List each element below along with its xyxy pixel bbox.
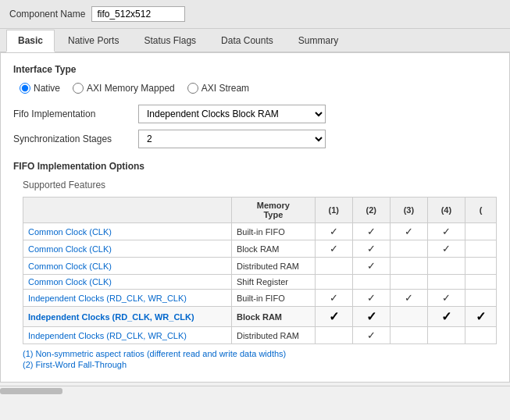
tab-status-flags[interactable]: Status Flags [132,30,208,52]
row2-c5 [390,240,427,258]
row2-c6: ✓ [427,240,465,258]
row7-c3 [315,327,352,344]
sync-stages-select[interactable]: 2 3 4 [138,130,326,148]
table-row: Common Clock (CLK) Shift Register [23,275,497,290]
tabs-bar: BasicNative PortsStatus FlagsData Counts… [0,29,510,53]
radio-stream[interactable]: AXI Stream [187,83,249,94]
radio-memory-mapped-label: AXI Memory Mapped [87,83,175,94]
row7-c7 [465,327,496,344]
row6-c5 [390,307,427,327]
scrollbar-thumb[interactable] [0,388,62,394]
sync-stages-row: Synchronization Stages 2 3 4 [13,130,497,148]
row7-col1: Independent Clocks (RD_CLK, WR_CLK) [23,327,232,344]
th-col6: (4) [427,198,465,223]
row6-c3: ✓ [315,307,352,327]
th-col2: MemoryType [231,198,315,223]
row3-c3 [315,258,352,275]
table-row: Independent Clocks (RD_CLK, WR_CLK) Dist… [23,327,497,344]
row5-c5: ✓ [390,290,427,307]
table-row: Independent Clocks (RD_CLK, WR_CLK) Buil… [23,290,497,307]
row5-col2: Built-in FIFO [231,290,315,307]
radio-group: Native AXI Memory Mapped AXI Stream [20,83,497,94]
row3-c4: ✓ [352,258,390,275]
row3-col1: Common Clock (CLK) [23,258,232,275]
row2-col2: Block RAM [231,240,315,258]
row4-c3 [315,275,352,290]
row7-c4: ✓ [352,327,390,344]
row5-c3: ✓ [315,290,352,307]
bottom-scrollbar[interactable] [0,386,510,395]
row6-col2: Block RAM [231,307,315,327]
main-content: Interface Type Native AXI Memory Mapped … [0,53,510,383]
top-bar: Component Name [0,0,510,29]
row2-col1: Common Clock (CLK) [23,240,232,258]
fifo-options-title: FIFO Implementation Options [13,161,497,172]
tab-summary[interactable]: Summary [287,30,350,52]
row4-c4 [352,275,390,290]
row1-c5: ✓ [390,223,427,240]
sync-stages-label: Synchronization Stages [13,133,138,144]
interface-type-section: Interface Type Native AXI Memory Mapped … [13,64,497,148]
row5-col1: Independent Clocks (RD_CLK, WR_CLK) [23,290,232,307]
row2-c3: ✓ [315,240,352,258]
row3-col2: Distributed RAM [231,258,315,275]
row1-col1: Common Clock (CLK) [23,223,232,240]
row7-c6 [427,327,465,344]
row1-col2: Built-in FIFO [231,223,315,240]
row6-c4: ✓ [352,307,390,327]
radio-memory-mapped[interactable]: AXI Memory Mapped [73,83,175,94]
radio-native[interactable]: Native [20,83,60,94]
table-row: Independent Clocks (RD_CLK, WR_CLK) Bloc… [23,307,497,327]
tab-native-ports[interactable]: Native Ports [56,30,130,52]
radio-stream-label: AXI Stream [202,83,249,94]
th-col5: (3) [390,198,427,223]
th-col1 [23,198,232,223]
row2-c7 [465,240,496,258]
row1-c4: ✓ [352,223,390,240]
fifo-impl-select[interactable]: Independent Clocks Block RAM Common Cloc… [138,105,326,123]
row5-c4: ✓ [352,290,390,307]
row6-col1: Independent Clocks (RD_CLK, WR_CLK) [23,307,232,327]
row1-c3: ✓ [315,223,352,240]
row5-c7 [465,290,496,307]
table-row: Common Clock (CLK) Built-in FIFO ✓ ✓ ✓ ✓ [23,223,497,240]
table-row: Common Clock (CLK) Distributed RAM ✓ [23,258,497,275]
note-2: (2) First-Word Fall-Through [23,360,497,369]
th-col4: (2) [352,198,390,223]
row3-c5 [390,258,427,275]
row4-c7 [465,275,496,290]
th-col7: ( [465,198,496,223]
row1-c7 [465,223,496,240]
row3-c7 [465,258,496,275]
supported-features-subtitle: Supported Features [23,180,497,190]
tab-basic[interactable]: Basic [6,30,55,52]
note-1: (1) Non-symmetric aspect ratios (differe… [23,349,497,358]
fifo-impl-label: Fifo Implementation [13,109,138,119]
component-name-input[interactable] [91,6,185,22]
interface-type-title: Interface Type [13,64,497,75]
component-name-label: Component Name [9,9,85,20]
fifo-options-section: FIFO Implementation Options Supported Fe… [13,161,497,369]
row7-c5 [390,327,427,344]
radio-native-label: Native [34,83,60,94]
notes-section: (1) Non-symmetric aspect ratios (differe… [23,349,497,369]
row6-c6: ✓ [427,307,465,327]
row6-c7: ✓ [465,307,496,327]
row5-c6: ✓ [427,290,465,307]
fifo-impl-row: Fifo Implementation Independent Clocks B… [13,105,497,123]
row4-col2: Shift Register [231,275,315,290]
row3-c6 [427,258,465,275]
th-col3: (1) [315,198,352,223]
table-row: Common Clock (CLK) Block RAM ✓ ✓ ✓ [23,240,497,258]
row1-c6: ✓ [427,223,465,240]
row7-col2: Distributed RAM [231,327,315,344]
row4-c6 [427,275,465,290]
row4-col1: Common Clock (CLK) [23,275,232,290]
row4-c5 [390,275,427,290]
tab-data-counts[interactable]: Data Counts [209,30,285,52]
row2-c4: ✓ [352,240,390,258]
features-table: MemoryType (1) (2) (3) (4) ( Common Cloc… [23,197,497,344]
